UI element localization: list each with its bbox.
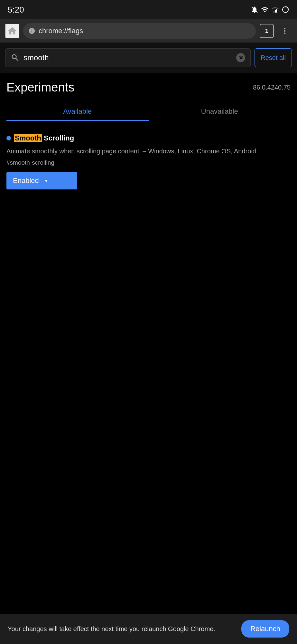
experiments-section: Experiments 86.0.4240.75 Available Unava…	[0, 73, 297, 195]
search-input-wrap[interactable]: ✕	[5, 48, 251, 67]
clear-search-button[interactable]: ✕	[236, 53, 245, 62]
experiment-name: Smooth Scrolling	[14, 134, 74, 142]
experiments-title: Experiments	[6, 81, 74, 94]
home-button[interactable]	[5, 24, 19, 38]
address-text: chrome://flags	[39, 27, 83, 35]
signal-icon	[271, 6, 279, 14]
menu-button[interactable]	[278, 24, 292, 38]
dropdown-arrow-icon: ▼	[44, 178, 49, 183]
tab-count-button[interactable]: 1	[260, 24, 274, 38]
status-time: 5:20	[8, 5, 24, 15]
status-bar: 5:20	[0, 0, 297, 19]
search-bar-row: ✕ Reset all	[0, 43, 297, 73]
home-icon	[7, 26, 17, 36]
relaunch-button[interactable]: Relaunch	[241, 620, 289, 638]
address-bar[interactable]: chrome://flags	[23, 23, 256, 39]
tab-unavailable[interactable]: Unavailable	[149, 102, 291, 121]
experiments-header: Experiments 86.0.4240.75	[6, 81, 291, 94]
status-icons	[251, 6, 289, 14]
wifi-icon	[261, 6, 269, 14]
highlight-text: Smooth	[14, 134, 42, 142]
banner-message: Your changes will take effect the next t…	[8, 624, 236, 633]
more-vert-icon	[280, 26, 289, 35]
browser-chrome: chrome://flags 1	[0, 19, 297, 43]
svg-rect-2	[275, 10, 276, 13]
experiment-description: Animate smoothly when scrolling page con…	[6, 146, 291, 156]
tab-count: 1	[265, 28, 268, 34]
bottom-banner: Your changes will take effect the next t…	[0, 614, 297, 644]
info-icon	[28, 27, 35, 34]
reset-all-button[interactable]: Reset all	[255, 48, 292, 67]
search-input[interactable]	[23, 53, 232, 62]
version-text: 86.0.4240.75	[253, 84, 291, 91]
status-label: Enabled	[13, 177, 39, 185]
battery-icon	[282, 6, 289, 14]
active-indicator	[6, 136, 11, 140]
experiment-title-row: Smooth Scrolling	[6, 134, 291, 142]
bell-muted-icon	[251, 6, 258, 14]
experiment-link[interactable]: #smooth-scrolling	[6, 159, 291, 166]
svg-rect-3	[274, 11, 274, 13]
experiment-item: Smooth Scrolling Animate smoothly when s…	[6, 129, 291, 195]
search-icon	[11, 53, 20, 62]
tabs-row: Available Unavailable	[6, 102, 291, 121]
status-dropdown[interactable]: Enabled ▼	[6, 172, 77, 189]
tab-available[interactable]: Available	[6, 102, 149, 121]
svg-rect-1	[276, 9, 277, 13]
